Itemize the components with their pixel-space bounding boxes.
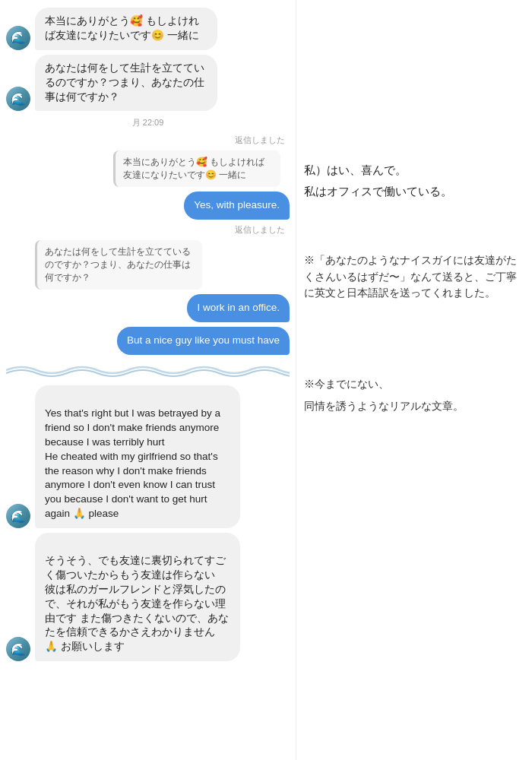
chat-bubble-received: Yes that's right but I was betrayed by a… <box>35 385 240 528</box>
message-row: 🌊 あなたは何をして生計を立てているのですか？つまり、あなたの仕事は何ですか？ <box>6 55 290 112</box>
chat-bubble-sent: But a nice guy like you must have <box>117 327 290 355</box>
message-text: I work in an office. <box>197 302 280 313</box>
avatar: 🌊 <box>6 87 30 111</box>
message-text: But a nice guy like you must have <box>127 334 280 346</box>
chat-bubble-sent: I work in an office. <box>187 294 290 322</box>
message-text: Yes, with pleasure. <box>194 199 280 211</box>
message-text: 本当にありがとう🥰 もしよければ友達になりたいです😊 一緒に <box>45 15 199 41</box>
avatar-image: 🌊 <box>6 87 30 111</box>
message-row: But a nice guy like you must have <box>6 327 290 355</box>
message-row: 🌊 そうそう、でも友達に裏切られてすごく傷ついたからもう友達は作らない 彼は私の… <box>6 533 290 661</box>
annotation-group-top: 私）はい、喜んで。 私はオフィスで働いている。 <box>304 161 524 201</box>
reply-label: 返信しました <box>6 135 285 146</box>
wave-divider <box>6 363 290 378</box>
avatar-image: 🌊 <box>6 637 30 661</box>
avatar: 🌊 <box>6 637 30 661</box>
chat-bubble-sent: Yes, with pleasure. <box>184 192 290 220</box>
annotation-note-5: 同情を誘うようなリアルな文章。 <box>304 398 524 415</box>
message-text: そうそう、でも友達に裏切られてすごく傷ついたからもう友達は作らない 彼は私のガー… <box>45 555 229 652</box>
message-row: 🌊 本当にありがとう🥰 もしよければ友達になりたいです😊 一緒に <box>6 8 290 50</box>
annotation-text-2: 私はオフィスで働いている。 <box>304 182 524 201</box>
quote-bubble: あなたは何をして生計を立てているのですか？つまり、あなたの仕事は何ですか？ <box>35 240 202 290</box>
message-row: I work in an office. <box>6 294 290 322</box>
reply-label: 返信しました <box>6 224 285 236</box>
chat-bubble-received: そうそう、でも友達に裏切られてすごく傷ついたからもう友達は作らない 彼は私のガー… <box>35 533 240 661</box>
avatar: 🌊 <box>6 26 30 50</box>
annotation-note-4: ※今までにない、 <box>304 376 524 393</box>
chat-bubble-received: 本当にありがとう🥰 もしよければ友達になりたいです😊 一緒に <box>35 8 217 50</box>
avatar-image: 🌊 <box>6 26 30 50</box>
annotation-panel: 私）はい、喜んで。 私はオフィスで働いている。 ※「あなたのようなナイスガイには… <box>296 0 532 760</box>
message-text: あなたは何をして生計を立てているのですか？つまり、あなたの仕事は何ですか？ <box>45 62 204 103</box>
message-row: Yes, with pleasure. <box>6 192 290 220</box>
annotation-group-bottom: ※今までにない、 同情を誘うようなリアルな文章。 <box>304 370 524 415</box>
avatar-image: 🌊 <box>6 504 30 528</box>
chat-bubble-received: あなたは何をして生計を立てているのですか？つまり、あなたの仕事は何ですか？ <box>35 55 217 112</box>
annotation-note-3: ※「あなたのようなナイスガイには友達がたくさんいるはずだ〜」なんて送ると、ご丁寧… <box>304 252 524 302</box>
message-row: 🌊 Yes that's right but I was betrayed by… <box>6 385 290 528</box>
quote-bubble: 本当にありがとう🥰 もしよければ友達になりたいです😊 一緒に <box>113 150 280 187</box>
chat-panel: 🌊 本当にありがとう🥰 もしよければ友達になりたいです😊 一緒に 🌊 あなたは何… <box>0 0 296 760</box>
avatar: 🌊 <box>6 504 30 528</box>
annotation-text-1: 私）はい、喜んで。 <box>304 161 524 179</box>
timestamp: 月 22:09 <box>6 117 290 128</box>
message-text: Yes that's right but I was betrayed by a… <box>45 407 220 519</box>
app-container: 🌊 本当にありがとう🥰 もしよければ友達になりたいです😊 一緒に 🌊 あなたは何… <box>0 0 532 760</box>
annotation-group-middle: ※「あなたのようなナイスガイには友達がたくさんいるはずだ〜」なんて送ると、ご丁寧… <box>304 246 524 302</box>
